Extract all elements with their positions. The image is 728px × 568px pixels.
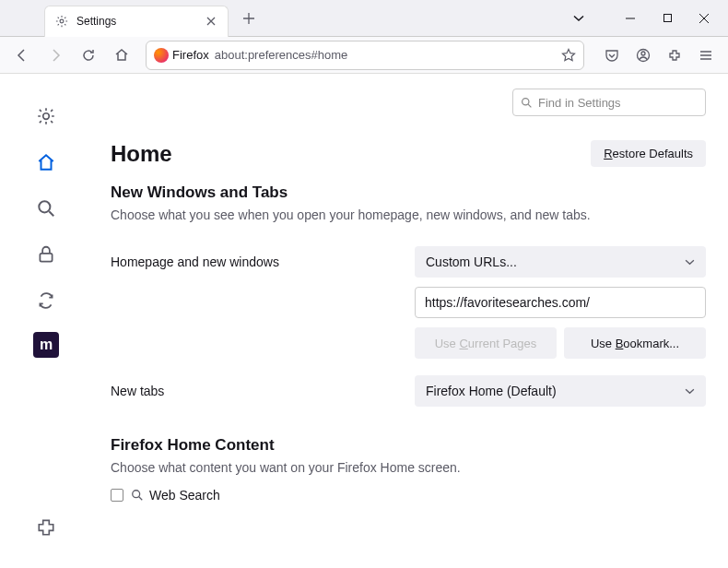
homepage-select[interactable]: Custom URLs... — [415, 246, 706, 278]
section-title: New Windows and Tabs — [111, 183, 706, 202]
titlebar: Settings — [0, 0, 728, 37]
back-button[interactable] — [7, 41, 37, 70]
main-panel: Find in Settings Home Restore Defaults N… — [92, 74, 728, 568]
chevron-down-icon — [685, 388, 695, 395]
bookmark-star-icon[interactable] — [561, 48, 576, 63]
close-window-button[interactable] — [687, 6, 721, 31]
restore-defaults-button[interactable]: Restore Defaults — [591, 140, 706, 167]
use-bookmark-button[interactable]: Use Bookmark... — [564, 327, 706, 359]
homepage-label: Homepage and new windows — [111, 254, 415, 269]
url-brand-text: Firefox — [172, 48, 209, 62]
search-placeholder: Find in Settings — [538, 96, 621, 110]
svg-point-3 — [641, 52, 645, 55]
forward-button[interactable] — [41, 41, 70, 70]
search-icon — [521, 97, 533, 109]
settings-search-input[interactable]: Find in Settings — [512, 89, 706, 116]
newtabs-select-value: Firefox Home (Default) — [426, 384, 557, 398]
section2-title: Firefox Home Content — [111, 436, 706, 455]
svg-rect-6 — [40, 254, 52, 262]
chevron-down-icon — [685, 259, 695, 266]
gear-icon — [54, 14, 69, 29]
sidebar-home[interactable] — [31, 148, 61, 177]
use-current-pages-button[interactable]: Use Current Pages — [415, 327, 557, 359]
firefox-logo-icon — [154, 48, 169, 63]
reload-button[interactable] — [74, 41, 103, 70]
homepage-url-input[interactable] — [415, 287, 706, 318]
newtabs-select[interactable]: Firefox Home (Default) — [415, 375, 706, 407]
tabs-dropdown-icon[interactable] — [562, 15, 595, 22]
sidebar-search[interactable] — [31, 194, 61, 223]
url-bar[interactable]: Firefox about:preferences#home — [146, 41, 584, 70]
search-icon — [131, 489, 144, 502]
menu-icon[interactable] — [691, 41, 721, 70]
extensions-icon[interactable] — [660, 41, 689, 70]
browser-tab[interactable]: Settings — [44, 6, 229, 37]
sidebar-sync[interactable] — [31, 286, 61, 315]
close-icon[interactable] — [204, 14, 218, 29]
new-tab-button[interactable] — [236, 6, 262, 31]
websearch-label: Web Search — [131, 488, 220, 503]
toolbar: Firefox about:preferences#home — [0, 37, 728, 74]
url-text: about:preferences#home — [215, 48, 556, 62]
page-heading: Home — [111, 141, 591, 167]
svg-point-8 — [133, 491, 140, 498]
content-area: m Find in Settings Home Restore Defaults… — [0, 74, 728, 568]
sidebar-extensions[interactable] — [31, 513, 61, 542]
svg-point-4 — [43, 113, 50, 120]
section2-desc: Choose what content you want on your Fir… — [111, 460, 706, 475]
moz-m-icon: m — [40, 337, 53, 353]
sidebar-general[interactable] — [31, 101, 61, 131]
svg-rect-1 — [663, 15, 671, 22]
maximize-button[interactable] — [651, 6, 684, 31]
svg-point-5 — [39, 201, 50, 212]
pocket-icon[interactable] — [597, 41, 627, 70]
firefox-brand: Firefox — [154, 48, 209, 63]
sidebar-more-mozilla[interactable]: m — [33, 332, 59, 358]
homepage-select-value: Custom URLs... — [426, 254, 517, 269]
tab-title: Settings — [76, 15, 196, 28]
section-desc: Choose what you see when you open your h… — [111, 207, 706, 222]
sidebar: m — [0, 74, 92, 568]
home-button[interactable] — [107, 41, 136, 70]
window-controls — [614, 6, 728, 31]
minimize-button[interactable] — [614, 6, 647, 31]
account-icon[interactable] — [628, 41, 658, 70]
svg-point-0 — [60, 19, 64, 23]
websearch-checkbox[interactable] — [111, 489, 123, 502]
svg-point-7 — [523, 98, 529, 104]
sidebar-privacy[interactable] — [31, 240, 61, 269]
newtabs-label: New tabs — [111, 384, 415, 398]
